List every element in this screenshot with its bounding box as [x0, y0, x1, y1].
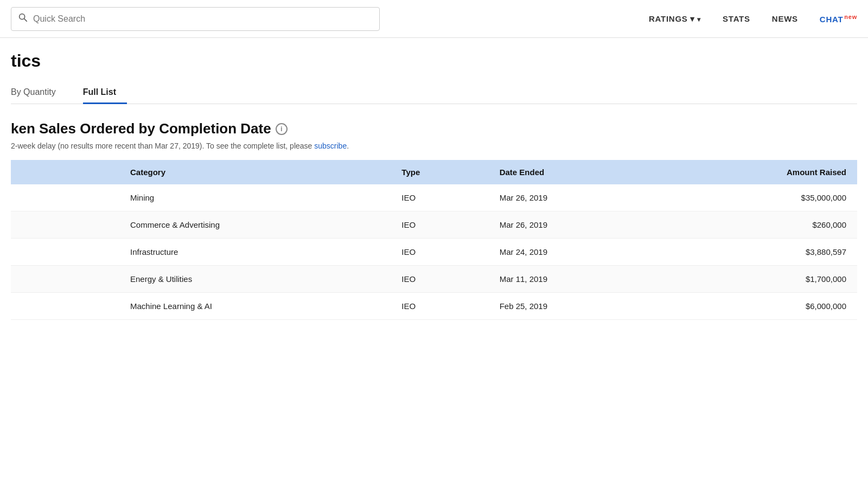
main-nav: RATINGS ▾ STATS NEWS CHATnew: [649, 14, 857, 24]
cell-type: IEO: [391, 293, 488, 320]
cell-name: [11, 266, 119, 293]
nav-ratings[interactable]: RATINGS ▾: [649, 14, 701, 24]
chat-new-badge: new: [844, 14, 857, 20]
subscribe-link[interactable]: subscribe: [314, 142, 347, 150]
cell-amount-raised: $1,700,000: [659, 266, 857, 293]
tab-full-list[interactable]: Full List: [83, 82, 127, 104]
page-title: tics: [11, 51, 857, 71]
table-row: Mining IEO Mar 26, 2019 $35,000,000: [11, 184, 857, 211]
page-body: tics By Quantity Full List ken Sales Ord…: [0, 38, 868, 331]
table-row: Commerce & Advertising IEO Mar 26, 2019 …: [11, 211, 857, 239]
info-icon[interactable]: i: [276, 123, 288, 135]
cell-category: Commerce & Advertising: [119, 211, 391, 239]
delay-notice: 2-week delay (no results more recent tha…: [11, 142, 857, 150]
search-input[interactable]: [33, 14, 373, 24]
header: RATINGS ▾ STATS NEWS CHATnew: [0, 0, 868, 38]
cell-amount-raised: $3,880,597: [659, 239, 857, 266]
cell-type: IEO: [391, 266, 488, 293]
cell-date-ended: Mar 26, 2019: [489, 211, 659, 239]
tab-bar: By Quantity Full List: [11, 82, 857, 104]
cell-type: IEO: [391, 239, 488, 266]
table-row: Energy & Utilities IEO Mar 11, 2019 $1,7…: [11, 266, 857, 293]
cell-category: Machine Learning & AI: [119, 293, 391, 320]
nav-news[interactable]: NEWS: [772, 14, 798, 23]
search-icon: [18, 12, 28, 25]
cell-name: [11, 239, 119, 266]
cell-amount-raised: $6,000,000: [659, 293, 857, 320]
table-row: Machine Learning & AI IEO Feb 25, 2019 $…: [11, 293, 857, 320]
cell-type: IEO: [391, 211, 488, 239]
col-header-type: Type: [391, 160, 488, 184]
cell-date-ended: Mar 11, 2019: [489, 266, 659, 293]
svg-line-1: [24, 19, 27, 22]
cell-type: IEO: [391, 184, 488, 211]
cell-category: Mining: [119, 184, 391, 211]
col-header-category: Category: [119, 160, 391, 184]
col-header-date-ended: Date Ended: [489, 160, 659, 184]
cell-category: Infrastructure: [119, 239, 391, 266]
table-body: Mining IEO Mar 26, 2019 $35,000,000 Comm…: [11, 184, 857, 320]
tab-by-quantity[interactable]: By Quantity: [11, 82, 67, 104]
cell-amount-raised: $35,000,000: [659, 184, 857, 211]
cell-amount-raised: $260,000: [659, 211, 857, 239]
table-row: Infrastructure IEO Mar 24, 2019 $3,880,5…: [11, 239, 857, 266]
col-header-amount-raised: Amount Raised: [659, 160, 857, 184]
cell-date-ended: Feb 25, 2019: [489, 293, 659, 320]
cell-category: Energy & Utilities: [119, 266, 391, 293]
table-header: Category Type Date Ended Amount Raised: [11, 160, 857, 184]
token-sales-table: Category Type Date Ended Amount Raised M…: [11, 160, 857, 320]
cell-name: [11, 184, 119, 211]
col-header-name: [11, 160, 119, 184]
cell-date-ended: Mar 24, 2019: [489, 239, 659, 266]
search-bar: [11, 7, 380, 31]
cell-name: [11, 293, 119, 320]
cell-name: [11, 211, 119, 239]
nav-chat[interactable]: CHATnew: [820, 14, 857, 24]
nav-stats[interactable]: STATS: [723, 14, 750, 23]
cell-date-ended: Mar 26, 2019: [489, 184, 659, 211]
section-title: ken Sales Ordered by Completion Date i: [11, 120, 857, 137]
